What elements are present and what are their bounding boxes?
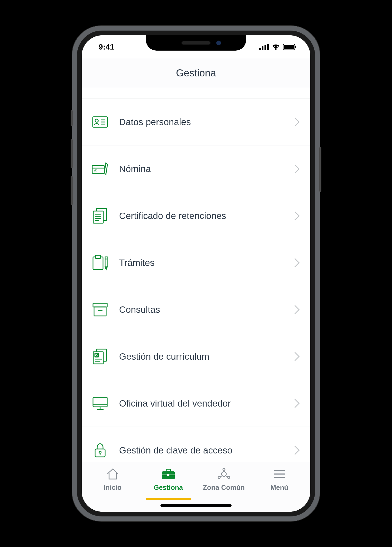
menu-item-nomina[interactable]: € Nómina [82, 145, 310, 192]
wifi-icon [271, 44, 280, 50]
status-indicators [259, 44, 297, 50]
nav-inicio[interactable]: Inicio [85, 466, 140, 512]
battery-icon [283, 44, 297, 50]
svg-rect-1 [262, 46, 263, 50]
chevron-right-icon [294, 445, 300, 455]
svg-text:€: € [94, 169, 97, 173]
svg-rect-12 [92, 165, 104, 173]
svg-rect-22 [96, 255, 100, 258]
home-indicator[interactable] [160, 504, 232, 507]
svg-rect-44 [167, 474, 169, 476]
svg-rect-34 [93, 397, 107, 407]
cellular-signal-icon [259, 44, 269, 50]
chevron-right-icon [294, 351, 300, 362]
svg-line-50 [220, 476, 222, 477]
svg-rect-3 [267, 44, 269, 50]
menu-item-consultas[interactable]: Consultas [82, 286, 310, 333]
chevron-right-icon [294, 164, 300, 174]
menu-item-label: Trámites [119, 257, 294, 268]
svg-rect-42 [166, 469, 170, 471]
svg-rect-25 [93, 303, 107, 307]
nav-label: Inicio [104, 483, 122, 492]
clipboard-pencil-icon [91, 253, 110, 272]
chevron-right-icon [294, 305, 300, 315]
svg-rect-2 [264, 45, 266, 50]
menu-item-label: Nómina [119, 164, 294, 174]
lock-icon [91, 441, 110, 460]
svg-rect-16 [93, 211, 103, 223]
nav-menu[interactable]: Menú [252, 466, 307, 512]
svg-point-45 [222, 472, 226, 476]
home-icon [105, 467, 120, 481]
documents-icon [91, 206, 110, 225]
menu-item-datos-personales[interactable]: Datos personales [82, 99, 310, 145]
menu-item-label: Gestión de currículum [119, 351, 294, 362]
nav-label: Menú [271, 483, 288, 492]
page-title: Gestiona [176, 67, 216, 79]
network-nodes-icon [217, 467, 231, 481]
desktop-monitor-icon [91, 394, 110, 413]
chevron-right-icon [294, 117, 300, 127]
chevron-right-icon [294, 211, 300, 221]
menu-item-oficina-virtual[interactable]: Oficina virtual del vendedor [82, 380, 310, 427]
menu-item-label: Gestión de clave de acceso [119, 445, 294, 456]
svg-rect-23 [105, 257, 107, 267]
menu-list[interactable]: Datos personales € Nómina Certificado de… [82, 88, 310, 462]
nav-label: Gestiona [154, 483, 183, 492]
chevron-right-icon [294, 258, 300, 268]
svg-point-39 [99, 451, 101, 453]
menu-item-label: Oficina virtual del vendedor [119, 398, 294, 409]
chevron-right-icon [294, 398, 300, 408]
menu-item-gestion-curriculum[interactable]: Gestión de currículum [82, 333, 310, 380]
menu-item-clave-acceso[interactable]: Gestión de clave de acceso [82, 427, 310, 462]
svg-point-8 [95, 119, 98, 122]
menu-item-label: Certificado de retenciones [119, 211, 294, 221]
menu-item-label: Consultas [119, 304, 294, 315]
page-header: Gestiona [82, 58, 310, 88]
svg-point-46 [223, 468, 225, 470]
id-card-icon [91, 113, 110, 131]
archive-box-icon [91, 300, 110, 319]
nav-label: Zona Común [203, 483, 245, 492]
payslip-icon: € [91, 159, 110, 178]
resume-icon [91, 347, 110, 366]
briefcase-icon [161, 467, 176, 481]
svg-rect-26 [94, 307, 106, 316]
menu-item-label: Datos personales [119, 117, 294, 127]
status-time: 9:41 [99, 42, 114, 51]
menu-icon [272, 467, 287, 481]
svg-rect-5 [284, 45, 294, 49]
svg-rect-6 [295, 46, 296, 48]
svg-line-51 [226, 476, 228, 477]
svg-rect-0 [259, 48, 261, 50]
menu-item-tramites[interactable]: Trámites [82, 239, 310, 286]
menu-item-certificado-retenciones[interactable]: Certificado de retenciones [82, 192, 310, 239]
